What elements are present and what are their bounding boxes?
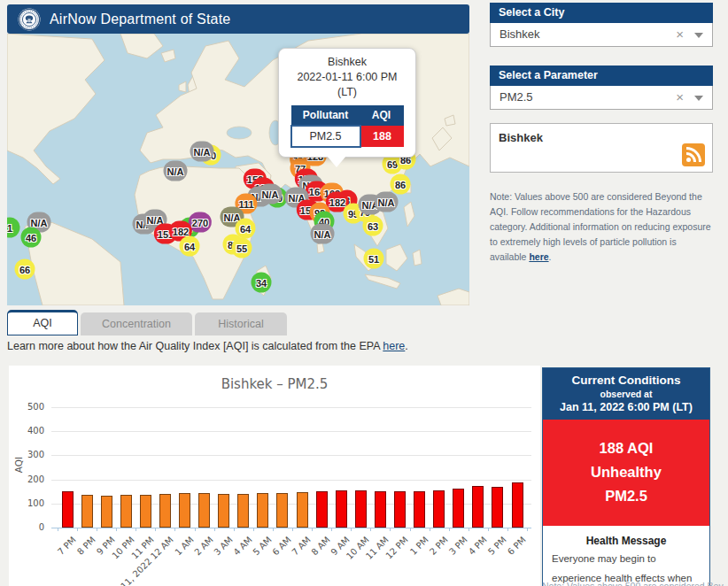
aqi-marker[interactable]: N/A: [375, 192, 399, 212]
x-axis-label: 3 PM: [447, 535, 469, 557]
x-axis-label: 8 AM: [309, 535, 331, 557]
chart-bar: [433, 490, 445, 528]
tab-concentration[interactable]: Concentration: [81, 312, 192, 335]
health-message-block: Health Message Everyone may begin to exp…: [543, 526, 709, 586]
y-axis-tick: 300: [9, 450, 44, 459]
conditions-aqi-value: 188 AQI: [548, 436, 704, 460]
x-axis-label: 1 AM: [173, 535, 195, 557]
city-caret-icon[interactable]: [694, 33, 703, 38]
x-axis-label: 6 AM: [270, 535, 292, 557]
popup-aqi-value: 188: [360, 126, 404, 147]
map-popup: Bishkek 2022-01-11 6:00 PM (LT) Pollutan…: [278, 48, 416, 158]
x-axis-label: 3 AM: [212, 535, 234, 557]
tab-historical[interactable]: Historical: [195, 312, 287, 335]
parameter-caret-icon[interactable]: [694, 96, 703, 101]
conditions-header: Current Conditions observed at Jan 11, 2…: [543, 368, 709, 420]
popup-col-pollutant: Pollutant: [291, 105, 360, 126]
chart-bar: [62, 491, 74, 528]
y-axis-tick: 500: [9, 402, 44, 412]
chart-bar: [375, 491, 386, 528]
chart-bar: [140, 495, 151, 528]
y-axis-tick: 100: [9, 498, 44, 508]
aqi-bar-chart: Bishkek – PM2.5 AQI 0100200300400500 7 P…: [9, 366, 540, 586]
popup-timezone: (LT): [284, 85, 410, 100]
popup-pollutant-value: PM2.5: [291, 126, 360, 147]
aqi-marker[interactable]: N/A: [190, 142, 214, 162]
select-city-header: Select a City: [490, 3, 713, 23]
chart-bar: [257, 493, 268, 528]
chart-bar: [101, 496, 112, 528]
parameter-clear-icon[interactable]: ×: [676, 86, 684, 109]
conditions-datetime: Jan 11, 2022 6:00 PM (LT): [546, 401, 706, 413]
sidebar: Select a City Bishkek × Select a Paramet…: [490, 3, 713, 265]
popup-col-aqi: AQI: [360, 105, 404, 126]
chart-bar: [512, 482, 523, 528]
chart-bar: [218, 494, 229, 528]
chart-bar: [492, 487, 503, 528]
aqi-marker[interactable]: 64: [180, 236, 200, 257]
rss-box: Bishkek: [490, 123, 713, 173]
chart-bar: [316, 491, 328, 528]
current-conditions-panel: Current Conditions observed at Jan 11, 2…: [542, 367, 710, 586]
app-title: AirNow Department of State: [50, 12, 230, 27]
select-parameter-header: Select a Parameter: [490, 66, 713, 86]
x-axis-label: 8 PM: [75, 535, 97, 557]
learn-more-text: Learn more about how the Air Quality Ind…: [7, 340, 383, 352]
chart-bar: [414, 491, 425, 528]
city-select[interactable]: Bishkek ×: [490, 23, 713, 47]
popup-table: Pollutant AQI PM2.5 188: [290, 105, 405, 148]
sidebar-note: Note: Values above 500 are considered Be…: [490, 189, 713, 265]
chart-plot-area: 7 PM8 PM9 PM10 PM11 PMJan 11, 2022 12 AM…: [51, 407, 531, 528]
x-axis-label: 4 AM: [231, 535, 253, 557]
page: AirNow Department of State: [0, 0, 728, 586]
x-axis-label: 4 PM: [467, 535, 489, 557]
parameter-select[interactable]: PM2.5 ×: [490, 86, 713, 110]
conditions-aqi-category: Unhealthy: [548, 460, 704, 484]
chart-bar: [297, 492, 308, 528]
chart-bar: [81, 495, 93, 528]
aqi-marker[interactable]: 63: [363, 216, 383, 236]
aqi-marker[interactable]: N/A: [311, 224, 335, 244]
x-axis-label: 7 AM: [290, 535, 312, 557]
city-select-value: Bishkek: [500, 27, 540, 41]
chart-bar: [355, 490, 367, 528]
x-axis-label: 2 AM: [192, 535, 214, 557]
app-header: AirNow Department of State: [7, 4, 469, 34]
aqi-marker[interactable]: 34: [252, 273, 272, 293]
parameter-select-value: PM2.5: [500, 90, 533, 104]
chart-bar: [198, 493, 210, 528]
chart-bar: [237, 494, 249, 528]
tab-aqi[interactable]: AQI: [7, 310, 78, 335]
y-axis-tick: 400: [9, 426, 44, 436]
y-axis-tick: 200: [9, 474, 44, 484]
conditions-title: Current Conditions: [546, 374, 706, 387]
aqi-marker[interactable]: 51: [364, 249, 384, 269]
x-axis-label: 7 PM: [56, 535, 78, 557]
aqi-marker[interactable]: 46: [21, 227, 42, 248]
x-axis-label: 1 PM: [407, 535, 430, 557]
world-aqi-map[interactable]: 70N/AN/A1N/A4666N/AN/A427015118264113112…: [7, 34, 469, 305]
popup-tail: [327, 156, 346, 167]
y-axis-tick: 0: [9, 522, 44, 532]
learn-more-line: Learn more about how the Air Quality Ind…: [7, 340, 408, 352]
sidebar-note-text: Note: Values above 500 are considered Be…: [490, 191, 711, 262]
aqi-marker[interactable]: 66: [15, 259, 35, 280]
chart-bar: [159, 494, 171, 528]
x-axis-label: 5 PM: [486, 535, 508, 557]
sidebar-note-link[interactable]: here: [529, 251, 548, 262]
learn-more-link[interactable]: here: [383, 340, 405, 352]
x-axis-label: 5 AM: [251, 535, 273, 557]
conditions-observed-at: observed at: [546, 389, 706, 399]
chart-bar: [276, 493, 288, 528]
popup-datetime: 2022-01-11 6:00 PM: [284, 70, 410, 85]
health-message-title: Health Message: [543, 535, 709, 547]
x-axis-label: 2 PM: [428, 535, 450, 557]
aqi-marker[interactable]: N/A: [164, 161, 188, 181]
city-clear-icon[interactable]: ×: [676, 23, 684, 46]
aqi-marker[interactable]: 86: [391, 174, 411, 195]
conditions-footnote: Note: Values above 500 are considered Be…: [542, 581, 724, 586]
aqi-marker[interactable]: 55: [232, 238, 252, 258]
rss-feed-icon[interactable]: [682, 143, 705, 166]
aqi-marker[interactable]: N/A: [259, 184, 283, 204]
popup-city: Bishkek: [284, 55, 410, 70]
